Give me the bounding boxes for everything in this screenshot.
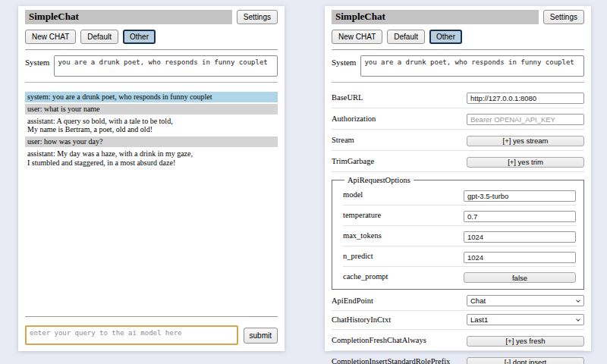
fieldset-legend: ApiRequestOptions xyxy=(344,176,414,184)
query-input[interactable] xyxy=(25,325,238,345)
settings-header: SimpleChat Settings xyxy=(332,10,584,24)
setting-row-model: model xyxy=(343,185,576,206)
max-tokens-input[interactable] xyxy=(464,231,576,243)
chat-message-assistant: assistant: A query so bold, with a tale … xyxy=(25,116,278,136)
session-toolbar: New CHAT Default Other xyxy=(332,30,584,44)
chevron-down-icon xyxy=(576,298,580,303)
app-title: SimpleChat xyxy=(25,10,232,24)
setting-row-chathistoryinctxt: ChatHistoryInCtxt Last1 xyxy=(332,311,584,330)
page: SimpleChat Settings New CHAT Default Oth… xyxy=(0,0,607,351)
session-tab-other[interactable]: Other xyxy=(123,30,156,44)
message-line: My name is Bertram, a poet, old and old! xyxy=(27,125,275,134)
chat-header: SimpleChat Settings xyxy=(25,10,278,24)
chevron-down-icon xyxy=(576,317,580,322)
chat-history-select[interactable]: Last1 xyxy=(467,314,584,325)
session-tab-other[interactable]: Other xyxy=(429,30,462,44)
setting-row-baseurl: BaseURL xyxy=(332,87,584,108)
setting-label: cache_prompt xyxy=(343,272,464,281)
settings-list: BaseURL Authorization Stream [+] yes str… xyxy=(332,87,584,364)
setting-label: max_tokens xyxy=(343,231,464,240)
fresh-chat-toggle-button[interactable]: [+] yes fresh xyxy=(467,336,584,347)
setting-label: CompletionInsertStandardRolePrefix xyxy=(332,357,467,364)
settings-button[interactable]: Settings xyxy=(237,10,278,24)
model-input[interactable] xyxy=(464,190,576,202)
setting-label: TrimGarbage xyxy=(332,157,467,165)
system-prompt-row: System xyxy=(25,55,278,77)
setting-row-completioninsertstandardroleprefix: CompletionInsertStandardRolePrefix [-] d… xyxy=(332,351,584,364)
query-row: submit xyxy=(25,325,278,345)
setting-label: BaseURL xyxy=(332,93,467,102)
authorization-input[interactable] xyxy=(467,114,584,125)
setting-label: temperature xyxy=(343,211,464,219)
selected-value: Last1 xyxy=(470,315,488,324)
api-request-options-fieldset: ApiRequestOptions model temperature max_… xyxy=(332,176,584,290)
setting-row-n-predict: n_predict xyxy=(343,246,576,267)
message-line: system: you are a drunk poet, who respon… xyxy=(27,93,275,102)
new-chat-button[interactable]: New CHAT xyxy=(25,30,76,44)
session-toolbar: New CHAT Default Other xyxy=(25,30,278,44)
session-tab-default[interactable]: Default xyxy=(80,30,118,44)
message-line: user: what is your name xyxy=(27,105,275,114)
divider xyxy=(25,316,278,317)
system-prompt-input[interactable] xyxy=(360,55,584,77)
divider xyxy=(332,82,584,83)
chat-message-user: user: how was your day? xyxy=(25,136,278,147)
setting-label: ChatHistoryInCtxt xyxy=(332,315,467,324)
setting-label: Authorization xyxy=(332,115,467,123)
divider xyxy=(332,49,584,50)
system-label: System xyxy=(332,55,356,77)
setting-row-max-tokens: max_tokens xyxy=(343,226,576,246)
setting-label: Stream xyxy=(332,136,467,144)
setting-label: CompletionFreshChatAlways xyxy=(332,336,467,344)
chat-message-assistant: assistant: My day was a haze, with a dri… xyxy=(25,149,278,168)
settings-panel: SimpleChat Settings New CHAT Default Oth… xyxy=(325,6,591,351)
stream-toggle-button[interactable]: [+] yes stream xyxy=(467,136,584,146)
settings-button[interactable]: Settings xyxy=(543,10,584,24)
chat-message-system: system: you are a drunk poet, who respon… xyxy=(25,92,278,102)
setting-row-completionfreshchatalways: CompletionFreshChatAlways [+] yes fresh xyxy=(332,330,584,351)
setting-row-apiendpoint: ApiEndPoint Chat xyxy=(332,292,584,311)
new-chat-button[interactable]: New CHAT xyxy=(332,30,382,44)
temperature-input[interactable] xyxy=(464,211,576,222)
session-tab-default[interactable]: Default xyxy=(387,30,425,44)
chat-message-user: user: what is your name xyxy=(25,104,278,115)
setting-label: model xyxy=(343,190,464,199)
message-line: assistant: A query so bold, with a tale … xyxy=(27,117,275,126)
setting-row-stream: Stream [+] yes stream xyxy=(332,130,584,151)
trimgarbage-toggle-button[interactable]: [+] yes trim xyxy=(467,157,584,168)
setting-row-temperature: temperature xyxy=(343,206,576,226)
baseurl-input[interactable] xyxy=(467,93,584,104)
app-title: SimpleChat xyxy=(332,10,539,24)
setting-label: n_predict xyxy=(343,252,464,260)
message-line: I stumbled and staggered, in a most absu… xyxy=(27,158,275,168)
divider xyxy=(25,82,278,83)
chat-message-list: system: you are a drunk poet, who respon… xyxy=(25,92,278,311)
n-predict-input[interactable] xyxy=(464,252,576,263)
message-line: assistant: My day was a haze, with a dri… xyxy=(27,149,275,158)
api-endpoint-select[interactable]: Chat xyxy=(467,295,584,306)
role-prefix-toggle-button[interactable]: [-] dont insert xyxy=(467,357,584,364)
setting-row-cache-prompt: cache_prompt false xyxy=(343,267,576,287)
cache-prompt-toggle-button[interactable]: false xyxy=(464,272,576,283)
setting-label: ApiEndPoint xyxy=(332,297,467,305)
selected-value: Chat xyxy=(470,297,486,305)
system-prompt-input[interactable] xyxy=(54,55,278,77)
setting-row-authorization: Authorization xyxy=(332,108,584,130)
system-prompt-row: System xyxy=(332,55,584,77)
system-label: System xyxy=(25,55,49,77)
setting-row-trimgarbage: TrimGarbage [+] yes trim xyxy=(332,151,584,172)
chat-panel: SimpleChat Settings New CHAT Default Oth… xyxy=(18,6,285,351)
divider xyxy=(25,49,278,50)
message-line: user: how was your day? xyxy=(27,137,275,146)
submit-button[interactable]: submit xyxy=(244,328,278,344)
